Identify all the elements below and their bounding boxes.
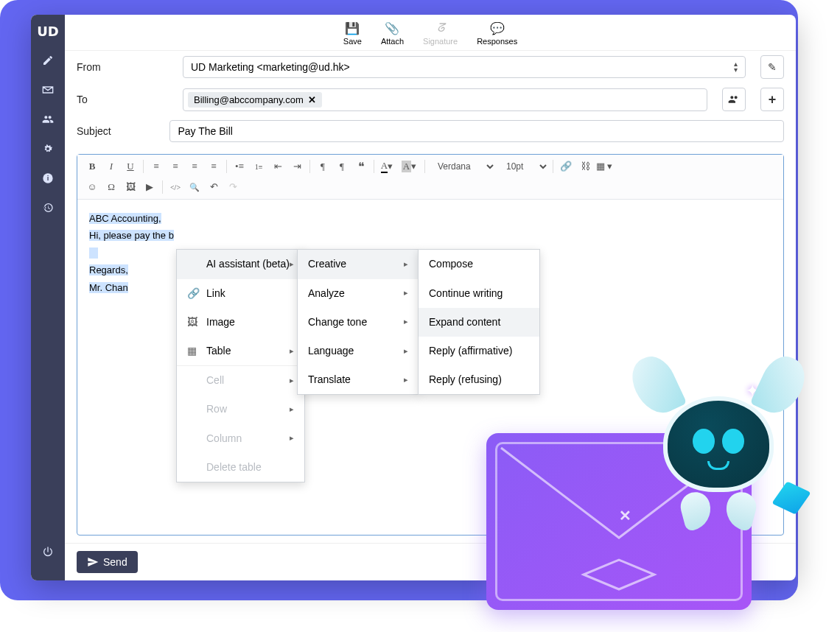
- body-line: ABC Accounting,: [89, 213, 161, 224]
- font-family-select[interactable]: Verdana: [429, 159, 496, 174]
- ctx-expand-content[interactable]: Expand content: [419, 308, 539, 337]
- ctx-image[interactable]: 🖼Image: [177, 308, 304, 337]
- from-label: From: [77, 61, 172, 73]
- image-button[interactable]: 🖼: [122, 178, 139, 196]
- subject-label: Subject: [77, 125, 159, 137]
- subject-input[interactable]: [169, 120, 784, 142]
- send-button[interactable]: Send: [77, 551, 138, 573]
- ctx-reply-refusing[interactable]: Reply (refusing): [419, 365, 539, 394]
- ctx-cell: Cell▸: [177, 366, 304, 395]
- remove-chip-icon[interactable]: ✕: [308, 94, 316, 105]
- add-recipient-button[interactable]: +: [760, 88, 784, 111]
- ctx-language[interactable]: Language▸: [298, 337, 419, 365]
- ctx-creative[interactable]: Creative▸: [298, 250, 419, 278]
- align-left-button[interactable]: ≡: [147, 158, 165, 175]
- main-pane: 💾Save 📎Attach ᘔSignature 💬Responses From…: [65, 15, 796, 580]
- body-line: [89, 247, 98, 259]
- recipient-chip[interactable]: Billing@abccompany.com✕: [188, 92, 322, 108]
- body-line: Regards,: [89, 264, 128, 275]
- ctx-delete-table: Delete table: [177, 453, 304, 482]
- attach-button[interactable]: 📎Attach: [381, 21, 404, 46]
- subject-row: Subject: [65, 116, 796, 147]
- ctx-analyze[interactable]: Analyze▸: [298, 279, 419, 308]
- bold-button[interactable]: B: [83, 158, 101, 175]
- emoji-button[interactable]: ☺: [83, 178, 101, 196]
- top-toolbar: 💾Save 📎Attach ᘔSignature 💬Responses: [65, 15, 796, 51]
- italic-button[interactable]: I: [102, 158, 120, 175]
- context-submenu-ai: Creative▸ Analyze▸ Change tone▸ Language…: [297, 249, 419, 395]
- sidebar: UD i: [31, 15, 65, 580]
- context-menu: AI assistant (beta)▸ 🔗Link 🖼Image ▦Table…: [176, 249, 305, 482]
- compose-window: UD i 💾Save 📎Attach ᘔSignature 💬Responses…: [31, 15, 796, 580]
- ctx-compose[interactable]: Compose: [419, 250, 539, 278]
- redo-button[interactable]: ↷: [224, 178, 242, 196]
- chevron-updown-icon: ▴▾: [734, 61, 738, 73]
- compose-icon[interactable]: [40, 52, 56, 69]
- body-line: Mr. Chan: [89, 282, 128, 293]
- to-row: To Billing@abccompany.com✕ +: [65, 83, 796, 116]
- ctx-column: Column▸: [177, 424, 304, 453]
- align-justify-button[interactable]: ≡: [205, 158, 223, 175]
- outdent-button[interactable]: ⇤: [269, 158, 287, 175]
- text-color-button[interactable]: A ▾: [378, 158, 396, 175]
- ctx-link[interactable]: 🔗Link: [177, 279, 304, 308]
- source-button[interactable]: </>: [167, 178, 184, 196]
- font-size-select[interactable]: 10pt: [497, 159, 549, 174]
- responses-button[interactable]: 💬Responses: [477, 21, 517, 46]
- add-contacts-button[interactable]: [722, 88, 746, 111]
- from-row: From UD Marketing <marketing@ud.hk> ▴▾ ✎: [65, 51, 796, 83]
- settings-icon[interactable]: [40, 141, 56, 157]
- link-button[interactable]: 🔗: [557, 158, 575, 175]
- ctx-ai-assistant[interactable]: AI assistant (beta)▸: [177, 250, 304, 278]
- ctx-translate[interactable]: Translate▸: [298, 365, 419, 394]
- rtl-button[interactable]: ¶: [333, 158, 351, 175]
- ctx-continue-writing[interactable]: Continue writing: [419, 279, 539, 308]
- power-icon[interactable]: [40, 544, 56, 560]
- to-label: To: [77, 94, 172, 105]
- save-button[interactable]: 💾Save: [343, 21, 362, 46]
- contacts-icon[interactable]: [40, 111, 56, 127]
- app-logo: UD: [37, 24, 59, 39]
- ctx-reply-affirmative[interactable]: Reply (affirmative): [419, 337, 539, 365]
- find-button[interactable]: 🔍: [186, 178, 203, 196]
- info-icon[interactable]: i: [40, 170, 56, 186]
- from-select[interactable]: UD Marketing <marketing@ud.hk> ▴▾: [183, 56, 746, 78]
- bg-color-button[interactable]: A ▾: [397, 158, 421, 175]
- body-line: Hi, please pay the b: [89, 230, 174, 241]
- svg-text:i: i: [47, 175, 49, 182]
- editor-toolbar: B I U ≡ ≡ ≡ ≡ •≡ 1≡ ⇤ ⇥ ¶ ¶ ❝ A ▾ A ▾: [77, 155, 783, 200]
- editor: B I U ≡ ≡ ≡ ≡ •≡ 1≡ ⇤ ⇥ ¶ ¶ ❝ A ▾ A ▾: [77, 154, 784, 536]
- mail-icon[interactable]: [40, 82, 56, 98]
- editor-body[interactable]: ABC Accounting, Hi, please pay the b AI …: [77, 200, 783, 535]
- edit-from-button[interactable]: ✎: [760, 55, 784, 79]
- undo-button[interactable]: ↶: [205, 178, 223, 196]
- align-right-button[interactable]: ≡: [186, 158, 203, 175]
- unlink-button[interactable]: ⛓: [576, 158, 594, 175]
- ltr-button[interactable]: ¶: [314, 158, 332, 175]
- indent-button[interactable]: ⇥: [288, 158, 306, 175]
- number-list-button[interactable]: 1≡: [250, 158, 267, 175]
- ctx-row: Row▸: [177, 395, 304, 424]
- ctx-table[interactable]: ▦Table▸: [177, 337, 304, 365]
- ctx-change-tone[interactable]: Change tone▸: [298, 308, 419, 337]
- symbol-button[interactable]: Ω: [102, 178, 120, 196]
- table-button[interactable]: ▦ ▾: [595, 158, 613, 175]
- align-center-button[interactable]: ≡: [167, 158, 184, 175]
- history-icon[interactable]: [40, 200, 56, 216]
- underline-button[interactable]: U: [122, 158, 139, 175]
- bullet-list-button[interactable]: •≡: [231, 158, 248, 175]
- signature-button[interactable]: ᘔSignature: [423, 21, 458, 46]
- quote-button[interactable]: ❝: [352, 158, 370, 175]
- media-button[interactable]: ▶: [141, 178, 158, 196]
- send-icon: [87, 556, 99, 568]
- to-input[interactable]: Billing@abccompany.com✕: [183, 88, 707, 111]
- context-submenu-creative: Compose Continue writing Expand content …: [418, 249, 540, 395]
- compose-footer: Send: [65, 543, 796, 580]
